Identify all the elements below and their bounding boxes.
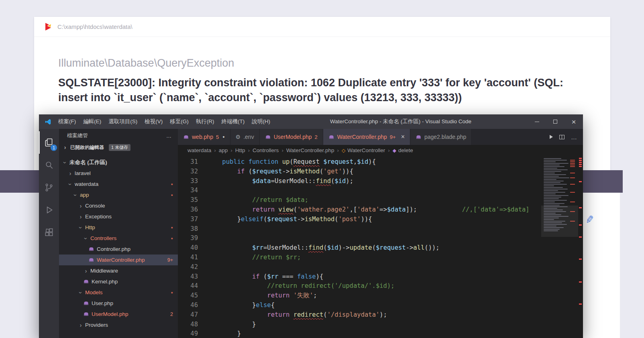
minimap-line <box>544 187 563 188</box>
menu-item[interactable]: 移至(G) <box>166 118 192 125</box>
code-token: return <box>267 292 289 299</box>
code-text: //return $data; <box>198 195 308 205</box>
line-number: 43 <box>178 272 198 282</box>
search-activity-button[interactable] <box>39 154 59 176</box>
breadcrumb-item[interactable]: Controllers <box>253 147 279 153</box>
folder-tree-item[interactable]: ›Models● <box>59 287 178 298</box>
code-token: '失敗' <box>293 292 314 299</box>
code-token <box>207 216 237 223</box>
code-token: -> <box>406 244 414 251</box>
code-token: $request <box>267 216 297 223</box>
line-number: 44 <box>178 281 198 291</box>
editor-tab[interactable]: WaterController.php9+× <box>323 129 410 145</box>
code-line: 36 return view('wather.page2',['data'=>$… <box>178 205 541 215</box>
minimap-line <box>544 176 559 177</box>
breadcrumb-item[interactable]: ◇WaterController <box>342 147 385 153</box>
folder-tree-item[interactable]: ›Controllers● <box>59 233 178 244</box>
menu-item[interactable]: 說明(H) <box>248 118 274 125</box>
minimize-button[interactable] <box>528 114 546 129</box>
menu-item[interactable]: 檢視(V) <box>141 118 166 125</box>
tree-item-label: Controllers <box>90 235 116 241</box>
editor-tab[interactable]: ⚙.env <box>230 129 260 145</box>
git-modified-dot-icon: ● <box>171 291 173 295</box>
file-tree-item[interactable]: Controller.php <box>59 244 178 255</box>
code-text: //return $rr; <box>198 253 301 263</box>
php-file-icon <box>328 134 334 140</box>
breadcrumb-item[interactable]: WaterController.php <box>286 147 334 153</box>
error-mark <box>579 281 582 283</box>
unsaved-changes-icon: ● <box>222 135 224 139</box>
code-token: public function <box>222 158 278 165</box>
split-editor-icon[interactable] <box>559 135 565 139</box>
run-file-icon[interactable] <box>550 135 553 139</box>
editor-tab[interactable]: UserModel.php2 <box>260 129 323 145</box>
folder-tree-item[interactable]: ›Console <box>59 200 178 211</box>
code-text: return view('wather.page2',['data'=>$dat… <box>198 205 530 215</box>
maximize-button[interactable] <box>546 114 565 129</box>
tab-label: UserModel.php <box>274 134 312 140</box>
close-button[interactable]: × <box>565 114 583 129</box>
code-token: //,['data'=>$data] <box>462 206 530 213</box>
problems-badge: 9+ <box>167 257 173 263</box>
minimap-viewport[interactable] <box>541 206 578 237</box>
menu-item[interactable]: 執行(R) <box>192 118 218 125</box>
file-tree-item[interactable]: WaterController.php9+ <box>59 255 178 265</box>
tree-item-label: app <box>80 192 89 198</box>
folder-tree-item[interactable]: ›Middleware <box>59 265 178 276</box>
chevron-icon: › <box>77 214 84 220</box>
more-actions-icon[interactable]: … <box>571 134 577 140</box>
breadcrumb-item[interactable]: Http <box>235 147 245 153</box>
code-token: 'data' <box>357 206 379 213</box>
code-token: , <box>353 158 357 165</box>
line-number: 36 <box>178 205 198 215</box>
menu-item[interactable]: 選取項目(S) <box>105 118 141 125</box>
folder-tree-item[interactable]: ›Exceptions <box>59 211 178 222</box>
explorer-activity-button[interactable]: 1 <box>39 131 59 154</box>
menu-item[interactable]: 檔案(F) <box>55 118 79 125</box>
menu-item[interactable]: 編輯(E) <box>79 118 105 125</box>
error-mark <box>579 160 582 161</box>
file-tree-item[interactable]: User.php <box>59 298 178 309</box>
minimap-line <box>544 158 561 159</box>
file-tree-item[interactable]: UserModel.php2 <box>59 309 178 320</box>
run-debug-activity-button[interactable] <box>39 199 59 221</box>
git-modified-dot-icon: ● <box>171 226 173 230</box>
code-editor[interactable]: 31 public function up(Request $request,$… <box>178 156 541 338</box>
exception-message: SQLSTATE[23000]: Integrity constraint vi… <box>58 75 592 105</box>
code-token <box>207 244 252 251</box>
open-editors-section[interactable]: › 已開啟的編輯器 1 未儲存 <box>59 143 178 152</box>
close-tab-icon[interactable]: × <box>401 133 405 140</box>
sidebar-more-actions-icon[interactable]: … <box>166 133 171 139</box>
folder-tree-item[interactable]: ›Providers <box>59 320 178 330</box>
code-text: } <box>198 329 241 338</box>
editor-tab[interactable]: page2.blade.php <box>410 129 472 145</box>
folder-tree-item[interactable]: ›app● <box>59 189 178 200</box>
source-control-activity-button[interactable] <box>39 176 59 199</box>
folder-tree-item[interactable]: ›laravel <box>59 168 178 179</box>
code-line: 40 $rr=UserModel::find($id)->update($req… <box>178 243 541 253</box>
folder-tree-item[interactable]: ›Http● <box>59 222 178 233</box>
edit-pencil-icon[interactable]: ✎ <box>585 213 595 227</box>
code-token: ); <box>379 311 387 318</box>
code-token: } <box>252 321 256 328</box>
overview-ruler[interactable] <box>578 156 583 338</box>
minimap[interactable] <box>541 156 578 338</box>
folder-tree-item[interactable]: ›未命名 (工作區) <box>59 157 178 168</box>
window-controls: × <box>528 114 583 129</box>
code-line: 39 <box>178 234 541 243</box>
code-token: ( <box>334 216 338 223</box>
extensions-activity-button[interactable] <box>39 221 59 244</box>
breadcrumb-item[interactable]: waterdata <box>187 147 211 153</box>
menu-item[interactable]: 終端機(T) <box>218 118 249 125</box>
folder-tree-item[interactable]: ›waterdata● <box>59 179 178 189</box>
editor-tab[interactable]: web.php5● <box>178 129 230 145</box>
file-tree-item[interactable]: Kernel.php <box>59 276 178 287</box>
breadcrumb-item[interactable]: ◆delete <box>393 147 413 153</box>
code-token: $request <box>252 168 282 175</box>
line-number: 41 <box>178 253 198 263</box>
chevron-icon: › <box>72 191 79 199</box>
minimap-line <box>544 185 554 186</box>
breadcrumb-item[interactable]: app <box>219 147 228 153</box>
minimap-line <box>544 169 568 170</box>
breadcrumb-label: Http <box>235 147 245 153</box>
